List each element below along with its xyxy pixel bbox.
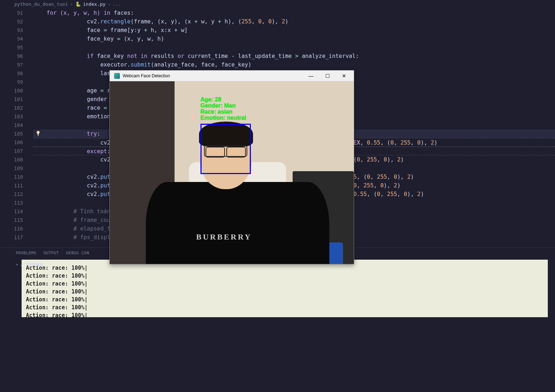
overlay-gender: Gender: Man xyxy=(200,102,246,109)
chevron-down-icon[interactable]: ⌄ xyxy=(21,262,23,267)
line-number: 100 xyxy=(0,86,23,95)
line-number: 99 xyxy=(0,78,23,86)
code-line[interactable]: face = frame[y:y + h, x:x + w] xyxy=(33,26,555,35)
line-number: 105 xyxy=(0,129,23,138)
code-line[interactable]: if face_key not in results or current_ti… xyxy=(33,52,555,60)
face-detection-box xyxy=(200,124,251,174)
detection-overlay: Age: 28 Gender: Man Race: asian Emotion:… xyxy=(200,96,246,121)
line-number: 114 xyxy=(0,207,23,216)
line-number: 93 xyxy=(0,26,23,35)
code-line[interactable]: executor.submit(analyze_face, face, face… xyxy=(33,60,555,69)
terminal-line: Action: race: 100%| xyxy=(26,296,543,304)
line-number: 94 xyxy=(0,35,23,43)
window-title: Webcam Face Detection xyxy=(123,73,303,78)
tab-debug-console[interactable]: DEBUG CON xyxy=(66,251,89,255)
close-button[interactable]: ✕ xyxy=(336,70,352,81)
overlay-age: Age: 28 xyxy=(200,96,246,102)
code-line[interactable]: cv2.rectangle(frame, (x, y), (x + w, y +… xyxy=(33,17,555,26)
minimize-button[interactable]: — xyxy=(303,70,319,81)
lightbulb-icon[interactable] xyxy=(35,131,41,136)
line-number: 115 xyxy=(0,216,23,224)
line-number: 106 xyxy=(0,138,23,147)
line-number: 112 xyxy=(0,190,23,199)
overlay-emotion: Emotion: neutral xyxy=(200,115,246,121)
breadcrumb-trail[interactable]: ... xyxy=(113,1,121,7)
line-number: 108 xyxy=(0,155,23,164)
line-number: 96 xyxy=(0,52,23,60)
line-number: 113 xyxy=(0,199,23,207)
line-number: 110 xyxy=(0,173,23,181)
tab-problems[interactable]: PROBLEMS xyxy=(16,251,36,255)
line-number: 111 xyxy=(0,181,23,190)
bottom-panel: PROBLEMS OUTPUT DEBUG CON › ⌄ TERMINAL ›… xyxy=(0,247,555,392)
line-number: 109 xyxy=(0,164,23,173)
line-number: 117 xyxy=(0,233,23,242)
terminal-line: Action: race: 100%| xyxy=(26,272,543,280)
line-number: 91 xyxy=(0,9,23,17)
webcam-video-frame: BURBERRY Age: 28 Gender: Man Race: asian… xyxy=(110,81,354,264)
line-number: 97 xyxy=(0,60,23,69)
code-line[interactable] xyxy=(33,43,555,52)
terminal-line: Action: race: 100%| xyxy=(26,280,543,288)
line-number: 107 xyxy=(0,147,23,155)
line-number: 92 xyxy=(0,17,23,26)
terminal-tab[interactable]: TERMINAL xyxy=(25,262,44,267)
line-number: 102 xyxy=(0,104,23,112)
line-number: 103 xyxy=(0,112,23,121)
terminal-line: Action: race: 100%| xyxy=(26,264,543,272)
maximize-button[interactable]: ☐ xyxy=(319,70,336,81)
overlay-race: Race: asian xyxy=(200,109,246,115)
terminal-output[interactable]: Action: race: 100%|Action: race: 100%|Ac… xyxy=(22,260,548,317)
breadcrumb-separator: › xyxy=(70,1,73,7)
webcam-window: Webcam Face Detection — ☐ ✕ BURBERRY Age… xyxy=(109,70,354,264)
app-icon xyxy=(114,73,120,79)
chevron-right-icon[interactable]: › xyxy=(16,262,18,267)
line-number: 101 xyxy=(0,95,23,104)
tab-output[interactable]: OUTPUT xyxy=(44,251,59,255)
breadcrumb-folder[interactable]: python_du_doan_tuoi xyxy=(14,1,68,7)
breadcrumb-file[interactable]: index.py xyxy=(83,1,106,7)
terminal-line: Action: race: 100%| xyxy=(26,304,543,311)
terminal-line: Action: race: 100%| xyxy=(26,311,543,317)
person-torso xyxy=(146,182,329,264)
line-number: 95 xyxy=(0,43,23,52)
line-number: 98 xyxy=(0,69,23,78)
line-number: 104 xyxy=(0,121,23,129)
python-file-icon: 🐍 xyxy=(75,1,81,7)
code-line[interactable]: for (x, y, w, h) in faces: xyxy=(33,9,555,17)
breadcrumb[interactable]: python_du_doan_tuoi › 🐍 index.py › ... xyxy=(14,0,121,8)
terminal-line: Action: race: 100%| xyxy=(26,288,543,296)
shirt-logo: BURBERRY xyxy=(196,232,252,242)
line-number-gutter: 9192939495969798991001011021031041051061… xyxy=(0,9,32,242)
window-titlebar[interactable]: Webcam Face Detection — ☐ ✕ xyxy=(110,70,354,81)
breadcrumb-separator: › xyxy=(108,1,110,7)
code-line[interactable]: face_key = (x, y, w, h) xyxy=(33,35,555,43)
line-number: 116 xyxy=(0,224,23,233)
